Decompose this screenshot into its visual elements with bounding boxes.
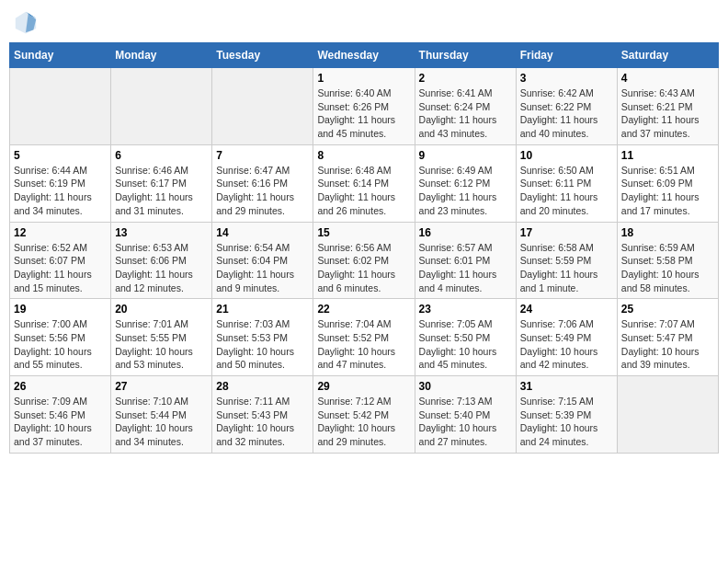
calendar-cell: 23Sunrise: 7:05 AM Sunset: 5:50 PM Dayli…	[415, 299, 516, 376]
calendar-cell: 5Sunrise: 6:44 AM Sunset: 6:19 PM Daylig…	[10, 144, 111, 222]
day-number: 13	[115, 226, 208, 239]
day-number: 25	[621, 303, 714, 316]
calendar-cell	[212, 68, 313, 145]
day-number: 19	[14, 303, 107, 316]
weekday-header-sunday: Sunday	[10, 43, 111, 68]
calendar-cell	[617, 376, 718, 454]
calendar-cell: 7Sunrise: 6:47 AM Sunset: 6:16 PM Daylig…	[212, 144, 313, 222]
day-number: 23	[419, 303, 512, 316]
day-number: 30	[419, 380, 512, 393]
calendar-cell: 19Sunrise: 7:00 AM Sunset: 5:56 PM Dayli…	[10, 299, 111, 376]
calendar-cell: 14Sunrise: 6:54 AM Sunset: 6:04 PM Dayli…	[212, 222, 313, 299]
calendar-cell: 27Sunrise: 7:10 AM Sunset: 5:44 PM Dayli…	[111, 376, 212, 454]
weekday-header-saturday: Saturday	[617, 43, 718, 68]
day-info: Sunrise: 6:49 AM Sunset: 6:12 PM Dayligh…	[419, 164, 512, 218]
day-number: 18	[621, 226, 714, 239]
calendar-cell: 21Sunrise: 7:03 AM Sunset: 5:53 PM Dayli…	[212, 299, 313, 376]
day-info: Sunrise: 7:12 AM Sunset: 5:42 PM Dayligh…	[317, 395, 410, 449]
weekday-header-tuesday: Tuesday	[212, 43, 313, 68]
calendar-cell: 18Sunrise: 6:59 AM Sunset: 5:58 PM Dayli…	[617, 222, 718, 299]
calendar-cell: 9Sunrise: 6:49 AM Sunset: 6:12 PM Daylig…	[415, 144, 516, 222]
day-number: 16	[419, 226, 512, 239]
day-info: Sunrise: 7:10 AM Sunset: 5:44 PM Dayligh…	[115, 395, 208, 449]
day-info: Sunrise: 6:53 AM Sunset: 6:06 PM Dayligh…	[115, 241, 208, 295]
day-info: Sunrise: 6:50 AM Sunset: 6:11 PM Dayligh…	[520, 164, 613, 218]
calendar-cell: 22Sunrise: 7:04 AM Sunset: 5:52 PM Dayli…	[313, 299, 415, 376]
day-info: Sunrise: 7:05 AM Sunset: 5:50 PM Dayligh…	[419, 317, 512, 372]
day-info: Sunrise: 7:13 AM Sunset: 5:40 PM Dayligh…	[419, 395, 512, 449]
calendar-cell: 30Sunrise: 7:13 AM Sunset: 5:40 PM Dayli…	[415, 376, 516, 454]
calendar-week-row: 1Sunrise: 6:40 AM Sunset: 6:26 PM Daylig…	[10, 68, 719, 145]
day-number: 24	[520, 303, 613, 316]
day-number: 5	[14, 149, 107, 162]
day-number: 4	[621, 72, 714, 85]
calendar-week-row: 26Sunrise: 7:09 AM Sunset: 5:46 PM Dayli…	[10, 376, 719, 454]
calendar-cell: 28Sunrise: 7:11 AM Sunset: 5:43 PM Dayli…	[212, 376, 313, 454]
day-info: Sunrise: 6:47 AM Sunset: 6:16 PM Dayligh…	[216, 164, 309, 218]
calendar-cell: 24Sunrise: 7:06 AM Sunset: 5:49 PM Dayli…	[516, 299, 617, 376]
weekday-header-monday: Monday	[111, 43, 212, 68]
calendar-cell: 29Sunrise: 7:12 AM Sunset: 5:42 PM Dayli…	[313, 376, 415, 454]
day-number: 9	[419, 149, 512, 162]
day-info: Sunrise: 6:40 AM Sunset: 6:26 PM Dayligh…	[317, 86, 410, 141]
calendar-cell: 31Sunrise: 7:15 AM Sunset: 5:39 PM Dayli…	[516, 376, 617, 454]
day-number: 11	[621, 149, 714, 162]
weekday-header-friday: Friday	[516, 43, 617, 68]
day-number: 7	[216, 149, 309, 162]
calendar-cell	[10, 68, 111, 145]
day-number: 21	[216, 303, 309, 316]
calendar-cell: 1Sunrise: 6:40 AM Sunset: 6:26 PM Daylig…	[313, 68, 415, 145]
calendar-cell: 2Sunrise: 6:41 AM Sunset: 6:24 PM Daylig…	[415, 68, 516, 145]
calendar-cell: 11Sunrise: 6:51 AM Sunset: 6:09 PM Dayli…	[617, 144, 718, 222]
calendar-week-row: 12Sunrise: 6:52 AM Sunset: 6:07 PM Dayli…	[10, 222, 719, 299]
day-info: Sunrise: 6:42 AM Sunset: 6:22 PM Dayligh…	[520, 86, 613, 141]
day-number: 17	[520, 226, 613, 239]
calendar-cell: 12Sunrise: 6:52 AM Sunset: 6:07 PM Dayli…	[10, 222, 111, 299]
day-info: Sunrise: 6:52 AM Sunset: 6:07 PM Dayligh…	[14, 241, 107, 295]
page-header	[9, 9, 719, 35]
calendar-cell: 20Sunrise: 7:01 AM Sunset: 5:55 PM Dayli…	[111, 299, 212, 376]
day-info: Sunrise: 6:51 AM Sunset: 6:09 PM Dayligh…	[621, 164, 714, 218]
day-number: 2	[419, 72, 512, 85]
day-info: Sunrise: 6:41 AM Sunset: 6:24 PM Dayligh…	[419, 86, 512, 141]
day-info: Sunrise: 6:57 AM Sunset: 6:01 PM Dayligh…	[419, 241, 512, 295]
weekday-header-thursday: Thursday	[415, 43, 516, 68]
calendar-cell: 17Sunrise: 6:58 AM Sunset: 5:59 PM Dayli…	[516, 222, 617, 299]
calendar-cell: 16Sunrise: 6:57 AM Sunset: 6:01 PM Dayli…	[415, 222, 516, 299]
calendar-cell: 6Sunrise: 6:46 AM Sunset: 6:17 PM Daylig…	[111, 144, 212, 222]
day-info: Sunrise: 6:43 AM Sunset: 6:21 PM Dayligh…	[621, 86, 714, 141]
day-number: 20	[115, 303, 208, 316]
day-number: 28	[216, 380, 309, 393]
day-info: Sunrise: 7:06 AM Sunset: 5:49 PM Dayligh…	[520, 317, 613, 372]
day-info: Sunrise: 7:01 AM Sunset: 5:55 PM Dayligh…	[115, 317, 208, 372]
calendar-cell: 8Sunrise: 6:48 AM Sunset: 6:14 PM Daylig…	[313, 144, 415, 222]
calendar-cell	[111, 68, 212, 145]
day-info: Sunrise: 6:44 AM Sunset: 6:19 PM Dayligh…	[14, 164, 107, 218]
calendar-cell: 26Sunrise: 7:09 AM Sunset: 5:46 PM Dayli…	[10, 376, 111, 454]
calendar-cell: 15Sunrise: 6:56 AM Sunset: 6:02 PM Dayli…	[313, 222, 415, 299]
day-info: Sunrise: 6:58 AM Sunset: 5:59 PM Dayligh…	[520, 241, 613, 295]
day-number: 27	[115, 380, 208, 393]
calendar-cell: 10Sunrise: 6:50 AM Sunset: 6:11 PM Dayli…	[516, 144, 617, 222]
day-number: 3	[520, 72, 613, 85]
day-info: Sunrise: 7:11 AM Sunset: 5:43 PM Dayligh…	[216, 395, 309, 449]
calendar-week-row: 5Sunrise: 6:44 AM Sunset: 6:19 PM Daylig…	[10, 144, 719, 222]
day-info: Sunrise: 6:59 AM Sunset: 5:58 PM Dayligh…	[621, 241, 714, 295]
day-number: 29	[317, 380, 410, 393]
day-number: 26	[14, 380, 107, 393]
calendar-table: SundayMondayTuesdayWednesdayThursdayFrid…	[9, 42, 719, 454]
day-info: Sunrise: 7:00 AM Sunset: 5:56 PM Dayligh…	[14, 317, 107, 372]
day-number: 10	[520, 149, 613, 162]
calendar-cell: 3Sunrise: 6:42 AM Sunset: 6:22 PM Daylig…	[516, 68, 617, 145]
calendar-week-row: 19Sunrise: 7:00 AM Sunset: 5:56 PM Dayli…	[10, 299, 719, 376]
day-number: 6	[115, 149, 208, 162]
day-number: 14	[216, 226, 309, 239]
calendar-cell: 13Sunrise: 6:53 AM Sunset: 6:06 PM Dayli…	[111, 222, 212, 299]
calendar-cell: 25Sunrise: 7:07 AM Sunset: 5:47 PM Dayli…	[617, 299, 718, 376]
day-info: Sunrise: 7:09 AM Sunset: 5:46 PM Dayligh…	[14, 395, 107, 449]
day-number: 15	[317, 226, 410, 239]
day-info: Sunrise: 7:04 AM Sunset: 5:52 PM Dayligh…	[317, 317, 410, 372]
day-info: Sunrise: 7:15 AM Sunset: 5:39 PM Dayligh…	[520, 395, 613, 449]
day-info: Sunrise: 6:48 AM Sunset: 6:14 PM Dayligh…	[317, 164, 410, 218]
day-number: 8	[317, 149, 410, 162]
